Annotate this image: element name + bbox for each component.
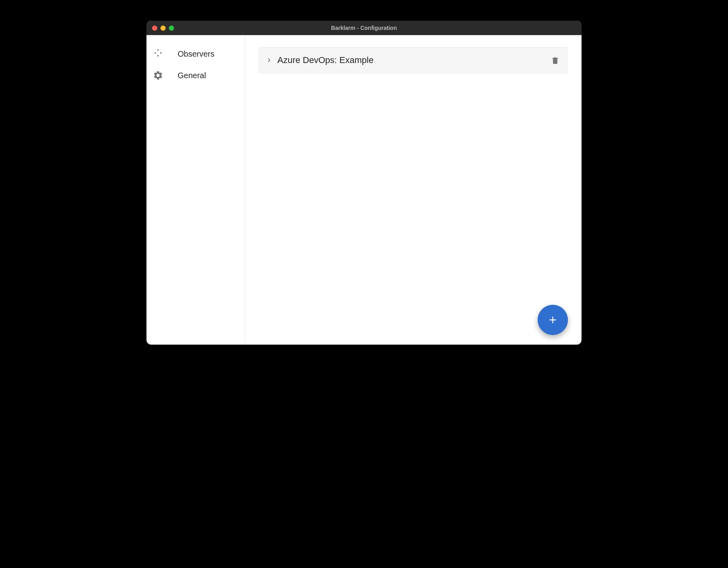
observer-row-label: Azure DevOps: Example (277, 55, 551, 65)
observer-row[interactable]: Azure DevOps: Example (259, 47, 568, 73)
close-window-button[interactable] (152, 26, 157, 31)
sidebar-item-label: General (178, 71, 206, 80)
titlebar: Barklarm - Configuration (146, 21, 582, 35)
delete-observer-button[interactable] (551, 56, 560, 65)
chevron-right-icon[interactable] (265, 56, 273, 65)
gear-icon (152, 70, 164, 81)
add-observer-button[interactable] (538, 305, 568, 335)
window-title: Barklarm - Configuration (146, 25, 582, 31)
sidebar-item-observers[interactable]: Observers (146, 43, 245, 65)
app-window: Barklarm - Configuration Observers Gener… (146, 21, 582, 345)
trash-icon (551, 56, 560, 65)
api-icon (152, 48, 164, 59)
window-body: Observers General Azure DevOps: Example (146, 35, 582, 345)
sidebar-item-general[interactable]: General (146, 65, 245, 86)
sidebar: Observers General (146, 35, 245, 345)
traffic-lights (152, 26, 174, 31)
sidebar-item-label: Observers (178, 49, 214, 59)
main-content: Azure DevOps: Example (245, 35, 582, 345)
maximize-window-button[interactable] (169, 26, 174, 31)
plus-icon (547, 314, 558, 325)
minimize-window-button[interactable] (160, 26, 166, 31)
